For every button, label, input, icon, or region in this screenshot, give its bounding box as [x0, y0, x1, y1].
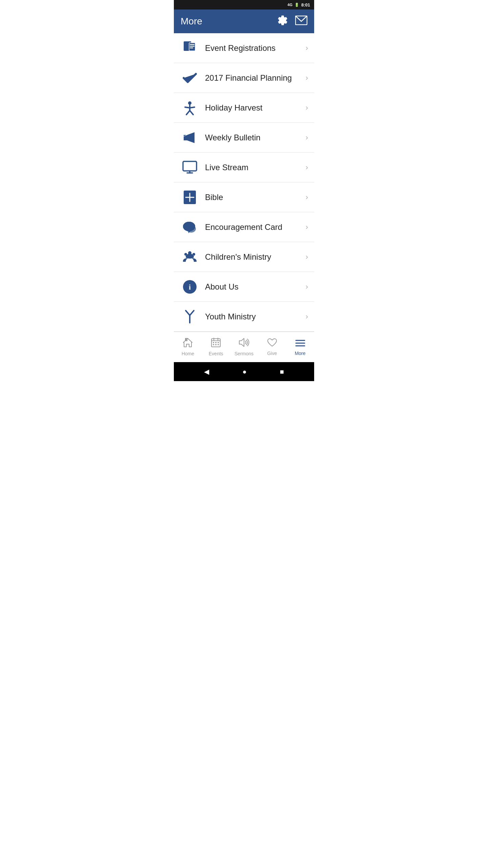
checkmark-icon [180, 71, 200, 85]
nav-label-sermons: Sermons [235, 351, 253, 356]
nav-item-events[interactable]: Events [202, 332, 230, 362]
megaphone-icon [180, 130, 200, 145]
svg-rect-41 [213, 344, 214, 345]
menu-item-encouragement-card[interactable]: Encouragement Card › [174, 212, 314, 242]
chevron-icon: › [306, 44, 308, 53]
svg-rect-40 [218, 342, 219, 343]
svg-line-8 [186, 111, 190, 115]
menu-item-weekly-bulletin[interactable]: Weekly Bulletin › [174, 123, 314, 153]
svg-rect-5 [190, 47, 193, 48]
menu-icon [295, 338, 305, 349]
menu-item-bible[interactable]: Bible › [174, 182, 314, 212]
svg-rect-4 [190, 46, 195, 47]
nav-label-give: Give [267, 351, 277, 356]
menu-item-event-registrations[interactable]: Event Registrations › [174, 33, 314, 63]
back-button[interactable]: ◀ [204, 368, 209, 376]
chevron-icon: › [306, 74, 308, 82]
menu-label-event-registrations: Event Registrations [200, 43, 303, 53]
nav-item-more[interactable]: More [286, 332, 314, 362]
menu-label-youth-ministry: Youth Ministry [200, 312, 303, 321]
home-button[interactable]: ● [242, 368, 246, 376]
menu-label-childrens-ministry: Children's Ministry [200, 252, 303, 262]
svg-marker-44 [239, 338, 244, 347]
menu-label-bible: Bible [200, 193, 303, 202]
chevron-icon: › [306, 163, 308, 172]
calendar-icon [211, 338, 221, 350]
svg-marker-31 [183, 338, 192, 347]
android-nav-bar: ◀ ● ■ [174, 362, 314, 381]
svg-rect-42 [215, 344, 217, 345]
header-actions [277, 15, 307, 28]
settings-icon[interactable] [277, 15, 288, 28]
svg-rect-39 [215, 342, 217, 343]
time-display: 8:01 [301, 2, 310, 7]
chevron-icon: › [306, 133, 308, 142]
chevron-icon: › [306, 103, 308, 112]
people-icon [180, 250, 200, 264]
menu-label-financial-planning: 2017 Financial Planning [200, 73, 303, 83]
svg-rect-38 [213, 342, 214, 343]
person-raised-icon [180, 100, 200, 115]
nav-item-give[interactable]: Give [258, 332, 286, 362]
svg-line-9 [190, 111, 193, 115]
chat-icon [180, 220, 200, 235]
menu-label-live-stream: Live Stream [200, 163, 303, 172]
page-title: More [181, 16, 202, 27]
menu-item-childrens-ministry[interactable]: Children's Ministry › [174, 242, 314, 272]
signal-indicator: 4G [287, 3, 292, 7]
speaker-icon [239, 338, 249, 350]
info-icon: i [180, 279, 200, 294]
bottom-navigation: Home Events [174, 332, 314, 362]
menu-list: Event Registrations › 2017 Financial Pla… [174, 33, 314, 332]
svg-marker-12 [184, 132, 195, 143]
nav-label-events: Events [209, 351, 223, 356]
svg-rect-3 [190, 44, 195, 45]
svg-line-29 [186, 311, 190, 315]
menu-item-about-us[interactable]: i About Us › [174, 272, 314, 302]
chevron-icon: › [306, 193, 308, 202]
chevron-icon: › [306, 223, 308, 232]
nav-label-more: More [295, 351, 306, 356]
menu-item-financial-planning[interactable]: 2017 Financial Planning › [174, 63, 314, 93]
battery-indicator: 🔋 [294, 3, 299, 7]
svg-line-11 [190, 107, 195, 108]
monitor-icon [180, 160, 200, 175]
bible-icon [180, 190, 200, 205]
nav-item-home[interactable]: Home [174, 332, 202, 362]
nav-item-sermons[interactable]: Sermons [230, 332, 258, 362]
svg-line-30 [190, 311, 194, 315]
menu-item-live-stream[interactable]: Live Stream › [174, 153, 314, 182]
heart-icon [267, 338, 277, 349]
status-bar: 4G 🔋 8:01 [174, 0, 314, 9]
home-icon [183, 338, 193, 350]
nav-label-home: Home [182, 351, 194, 356]
chevron-icon: › [306, 253, 308, 261]
chevron-icon: › [306, 282, 308, 291]
menu-item-youth-ministry[interactable]: Youth Ministry › [174, 302, 314, 332]
svg-line-10 [185, 107, 190, 108]
svg-rect-14 [183, 161, 197, 171]
fork-icon [180, 309, 200, 324]
menu-label-about-us: About Us [200, 282, 303, 292]
app-header: More [174, 9, 314, 33]
menu-label-holiday-harvest: Holiday Harvest [200, 103, 303, 113]
recents-button[interactable]: ■ [280, 368, 284, 376]
svg-rect-2 [189, 43, 195, 51]
chevron-icon: › [306, 312, 308, 321]
svg-text:i: i [189, 283, 191, 291]
svg-rect-43 [218, 344, 219, 345]
document-icon [180, 41, 200, 56]
menu-item-holiday-harvest[interactable]: Holiday Harvest › [174, 93, 314, 123]
menu-label-encouragement-card: Encouragement Card [200, 222, 303, 232]
mail-icon[interactable] [295, 16, 307, 27]
menu-label-weekly-bulletin: Weekly Bulletin [200, 133, 303, 142]
